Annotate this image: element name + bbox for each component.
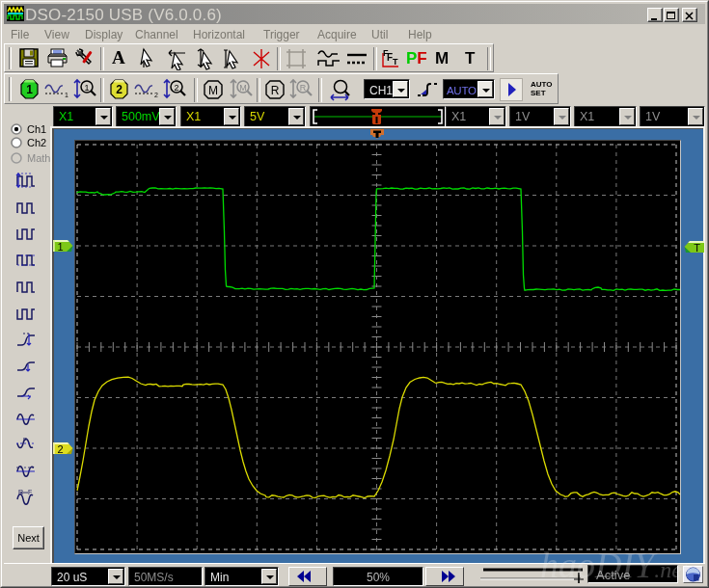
svg-text:2: 2 bbox=[154, 92, 158, 98]
svg-text:2: 2 bbox=[57, 443, 63, 455]
svg-text:1: 1 bbox=[84, 83, 89, 93]
svg-text:R: R bbox=[300, 83, 307, 93]
svg-text:P: P bbox=[23, 437, 27, 442]
svg-text:M: M bbox=[239, 83, 247, 93]
svg-text:Ch1: Ch1 bbox=[27, 123, 46, 135]
svg-text:Math: Math bbox=[27, 152, 50, 164]
svg-text:Ch2: Ch2 bbox=[27, 137, 46, 148]
svg-text:T: T bbox=[393, 57, 398, 67]
svg-text:T: T bbox=[694, 242, 700, 254]
svg-text:M: M bbox=[208, 84, 218, 97]
svg-text:R: R bbox=[18, 489, 23, 495]
svg-text:2: 2 bbox=[116, 83, 123, 96]
svg-text:1: 1 bbox=[57, 241, 63, 253]
svg-text:R: R bbox=[271, 84, 280, 97]
svg-text:1: 1 bbox=[26, 83, 33, 96]
svg-text:2: 2 bbox=[174, 83, 178, 93]
svg-text:1: 1 bbox=[65, 92, 68, 98]
svg-text:F: F bbox=[28, 489, 32, 495]
